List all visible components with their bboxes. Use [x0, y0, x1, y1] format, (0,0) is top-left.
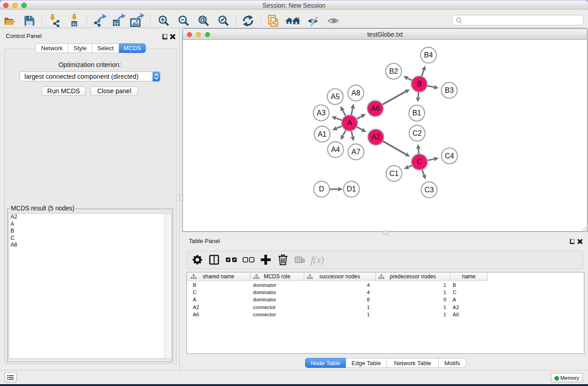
svg-text:C1: C1 — [389, 170, 399, 177]
svg-text:A8: A8 — [351, 89, 360, 97]
svg-text:A2: A2 — [372, 133, 381, 141]
svg-text:C: C — [417, 158, 422, 166]
svg-text:D: D — [319, 185, 325, 193]
svg-text:B4: B4 — [424, 51, 433, 59]
svg-text:A3: A3 — [317, 109, 326, 117]
svg-text:f(x): f(x) — [311, 254, 324, 265]
svg-text:C4: C4 — [445, 152, 454, 160]
svg-text:D1: D1 — [347, 185, 356, 193]
svg-text:B1: B1 — [412, 109, 421, 117]
svg-text:A7: A7 — [352, 148, 361, 156]
svg-text:A5: A5 — [331, 93, 340, 100]
svg-text:C3: C3 — [425, 186, 434, 194]
svg-text:A6: A6 — [371, 105, 380, 112]
svg-text:C2: C2 — [412, 129, 422, 137]
svg-text:B: B — [417, 80, 422, 88]
svg-text:B3: B3 — [445, 86, 454, 94]
svg-text:A1: A1 — [318, 130, 327, 138]
svg-text:B2: B2 — [389, 67, 398, 75]
svg-text:A: A — [347, 119, 352, 127]
svg-text:A4: A4 — [331, 146, 340, 153]
